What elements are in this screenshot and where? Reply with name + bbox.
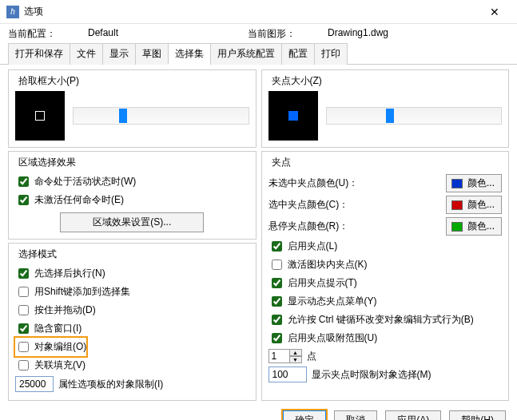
region-settings-button[interactable]: 区域效果设置(S)... — [60, 212, 204, 232]
snap-range-spinner[interactable]: ▲▼ — [268, 349, 302, 363]
tab-4[interactable]: 选择集 — [168, 43, 211, 65]
pickbox-slider[interactable] — [73, 107, 249, 125]
app-icon: h — [6, 6, 19, 18]
profile-label: 当前配置： — [8, 27, 88, 41]
chk-dyn-menu[interactable] — [272, 296, 282, 307]
spinner-down[interactable]: ▼ — [289, 356, 302, 363]
chk-press-drag-label: 按住并拖动(D) — [34, 303, 96, 317]
group-gripsize: 夹点大小(Z) — [261, 69, 510, 148]
tab-5[interactable]: 用户系统配置 — [210, 43, 282, 65]
group-grips-title: 夹点 — [268, 156, 294, 169]
chk-block-grips[interactable] — [272, 260, 282, 270]
tab-7[interactable]: 打印 — [314, 43, 348, 65]
group-gripsize-title: 夹点大小(Z) — [268, 74, 325, 88]
tab-1[interactable]: 文件 — [70, 43, 103, 65]
color-text-2: 颜色... — [467, 198, 495, 212]
chk-enable-grips[interactable] — [272, 241, 282, 252]
grip-threshold-label: 显示夹点时限制对象选择(M) — [312, 368, 431, 382]
unsel-color-button[interactable]: 颜色... — [446, 174, 502, 192]
sel-color-button[interactable]: 颜色... — [446, 196, 502, 214]
cancel-button[interactable]: 取消 — [334, 410, 377, 420]
chk-ctrl-cycle-label: 允许按 Ctrl 键循环改变对象编辑方式行为(B) — [288, 313, 474, 327]
ok-button[interactable]: 确定 — [283, 410, 326, 420]
chk-dyn-menu-label: 显示动态夹点菜单(Y) — [288, 295, 377, 308]
chk-object-group[interactable] — [18, 342, 29, 352]
color-text-3: 颜色... — [467, 220, 495, 233]
snap-range-suffix: 点 — [307, 350, 316, 363]
grip-threshold-input[interactable] — [268, 367, 307, 382]
chk-active-cmd[interactable] — [18, 176, 29, 187]
hover-color-label: 悬停夹点颜色(R)： — [268, 220, 442, 233]
chk-nounverb[interactable] — [18, 268, 29, 279]
swatch-unsel — [451, 179, 463, 188]
chk-idle-cmd-label: 未激活任何命令时(E) — [34, 193, 124, 207]
group-grips: 夹点 未选中夹点颜色(U)： 颜色... 选中夹点颜色(C)： 颜色... 悬停… — [261, 151, 510, 401]
drawing-label: 当前图形： — [248, 27, 328, 41]
chk-object-group-label: 对象编组(O) — [34, 340, 86, 354]
chk-enable-grips-label: 启用夹点(L) — [288, 240, 338, 253]
sel-color-label: 选中夹点颜色(C)： — [268, 198, 442, 212]
color-text-1: 颜色... — [467, 176, 495, 190]
chk-shift-add[interactable] — [18, 287, 29, 297]
group-select-mode: 选择模式 先选择后执行(N) 用Shift键添加到选择集 按住并拖动(D) 隐含… — [8, 243, 257, 401]
chk-assoc-hatch[interactable] — [18, 360, 29, 370]
group-region-effect: 区域选择效果 命令处于活动状态时(W) 未激活任何命令时(E) 区域效果设置(S… — [8, 151, 257, 240]
snap-range-value[interactable] — [268, 349, 289, 363]
window-title: 选项 — [24, 5, 479, 18]
chk-grip-tips-label: 启用夹点提示(T) — [288, 276, 357, 290]
chk-idle-cmd[interactable] — [18, 195, 29, 205]
hover-color-button[interactable]: 颜色... — [446, 217, 502, 236]
swatch-hover — [451, 222, 463, 232]
tab-6[interactable]: 配置 — [281, 43, 315, 65]
tab-bar: 打开和保存文件显示草图选择集用户系统配置配置打印 — [0, 42, 517, 65]
close-button[interactable]: ✕ — [479, 6, 511, 18]
drawing-value: Drawing1.dwg — [328, 27, 388, 41]
chk-press-drag[interactable] — [18, 305, 29, 315]
profile-value: Default — [88, 27, 248, 41]
gripsize-slider[interactable] — [326, 107, 503, 125]
swatch-sel — [451, 200, 463, 210]
group-pickbox: 拾取框大小(P) — [8, 69, 257, 148]
chk-ctrl-cycle[interactable] — [272, 315, 282, 325]
unsel-color-label: 未选中夹点颜色(U)： — [268, 176, 442, 190]
apply-button[interactable]: 应用(A) — [385, 410, 441, 420]
chk-block-grips-label: 激活图块内夹点(K) — [288, 258, 368, 271]
group-select-mode-title: 选择模式 — [15, 248, 60, 261]
group-pickbox-title: 拾取框大小(P) — [15, 74, 82, 88]
tab-3[interactable]: 草图 — [135, 43, 169, 65]
palette-limit-input[interactable] — [15, 376, 54, 392]
chk-nounverb-label: 先选择后执行(N) — [34, 267, 105, 280]
palette-limit-label: 属性选项板的对象限制(I) — [58, 378, 163, 391]
pickbox-preview — [15, 91, 65, 141]
chk-active-cmd-label: 命令处于活动状态时(W) — [34, 175, 136, 188]
chk-implied-window[interactable] — [18, 323, 29, 334]
help-button[interactable]: 帮助(H) — [449, 410, 506, 420]
group-region-title: 区域选择效果 — [15, 156, 79, 169]
tab-2[interactable]: 显示 — [102, 43, 136, 65]
tab-0[interactable]: 打开和保存 — [8, 43, 70, 65]
chk-snap-range[interactable] — [272, 333, 282, 343]
chk-shift-add-label: 用Shift键添加到选择集 — [34, 285, 130, 299]
chk-snap-range-label: 启用夹点吸附范围(U) — [288, 331, 378, 345]
spinner-up[interactable]: ▲ — [289, 349, 302, 356]
chk-grip-tips[interactable] — [272, 278, 282, 288]
gripsize-preview — [268, 91, 318, 141]
chk-implied-window-label: 隐含窗口(I) — [34, 322, 82, 335]
chk-assoc-hatch-label: 关联填充(V) — [34, 359, 86, 372]
